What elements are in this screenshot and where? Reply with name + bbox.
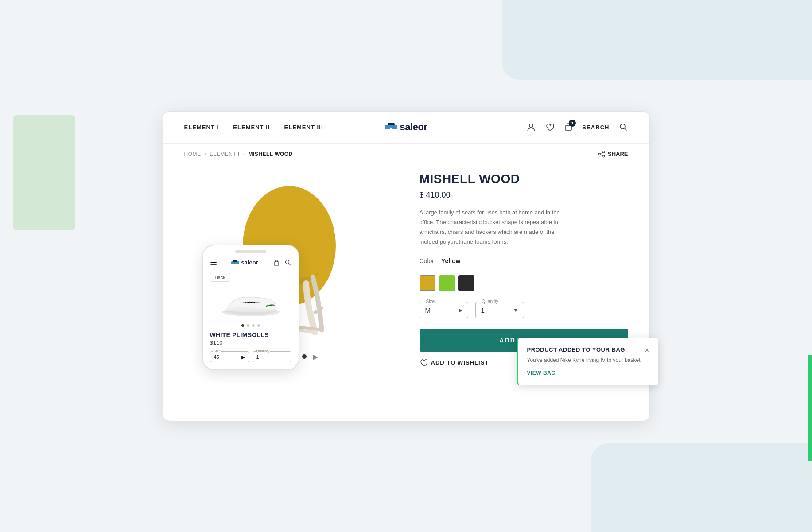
logo-text: saleor — [400, 121, 427, 133]
cart-badge: 1 — [569, 120, 576, 127]
logo[interactable]: ▶ saleor — [385, 121, 427, 133]
share-label: SHARE — [608, 151, 628, 157]
mobile-header-icons — [273, 259, 291, 266]
svg-point-8 — [603, 155, 605, 157]
nav-link-element1[interactable]: ELEMENT I — [184, 124, 219, 131]
breadcrumb-sep1: › — [204, 151, 206, 156]
mobile-size-selector[interactable]: Size 45 ▶ — [210, 351, 249, 362]
svg-point-13 — [285, 260, 289, 264]
share-button[interactable]: SHARE — [598, 151, 628, 158]
nav-link-element2[interactable]: ELEMENT II — [233, 124, 270, 131]
mobile-product-image — [215, 285, 286, 321]
shoe-image — [218, 287, 284, 318]
dot-5[interactable] — [302, 354, 307, 359]
breadcrumb-sep2: › — [243, 151, 245, 156]
cart-icon[interactable]: 1 — [563, 122, 573, 132]
search-label: SEARCH — [582, 124, 609, 131]
quantity-value: 1 — [481, 307, 485, 314]
mobile-dot-4[interactable] — [257, 324, 260, 327]
mobile-bag-icon[interactable] — [273, 259, 280, 266]
swatch-dark[interactable] — [458, 275, 474, 291]
mobile-size-value-row: 45 ▶ — [214, 353, 245, 361]
swatch-green[interactable] — [439, 275, 455, 291]
svg-rect-11 — [233, 260, 237, 262]
bg-decoration-left-green — [13, 115, 75, 230]
svg-rect-12 — [274, 262, 279, 265]
share-icon — [598, 151, 605, 158]
color-label: Color: — [420, 257, 436, 264]
mobile-quantity-value: 1 — [256, 354, 259, 360]
mobile-mockup: ☰ saleor Back — [202, 245, 299, 370]
mobile-carousel-dots — [203, 324, 299, 327]
mobile-notch — [235, 250, 266, 253]
mobile-search-icon[interactable] — [284, 259, 291, 266]
view-bag-button[interactable]: VIEW BAG — [527, 370, 556, 376]
breadcrumb-current: MISHELL WOOD — [249, 151, 293, 157]
mobile-dot-3[interactable] — [252, 324, 255, 327]
breadcrumb-home[interactable]: HOME — [184, 151, 201, 157]
toast-title: PRODUCT ADDED TO YOUR BAG — [527, 346, 626, 353]
mobile-dot-2[interactable] — [247, 324, 249, 327]
mobile-product-name: WHITE PLIMSOLLS — [203, 331, 299, 338]
next-image-button[interactable]: ▶ — [311, 353, 320, 361]
search-icon[interactable] — [618, 122, 628, 132]
size-selector[interactable]: Size M ▶ — [420, 302, 468, 318]
browser-window: ELEMENT I ELEMENT II ELEMENT III ▶ saleo… — [163, 111, 650, 421]
mobile-logo-text: saleor — [241, 259, 258, 266]
svg-rect-10 — [231, 261, 239, 264]
mobile-header: ☰ saleor — [203, 253, 299, 271]
nav-actions: 1 SEARCH — [526, 122, 628, 132]
size-value: M — [425, 307, 431, 314]
mobile-quantity-label: Quantity — [256, 349, 271, 353]
color-selected-name: Yellow — [441, 257, 461, 264]
nav-links: ELEMENT I ELEMENT II ELEMENT III — [184, 124, 527, 131]
add-to-wishlist-label: ADD TO WISHLIST — [431, 359, 489, 366]
svg-point-5 — [620, 124, 625, 129]
mobile-back-button[interactable]: Back — [210, 273, 230, 282]
toast-close-button[interactable]: × — [645, 346, 649, 354]
size-value-display[interactable]: M ▶ — [425, 304, 462, 316]
product-price: $ 410.00 — [420, 190, 628, 200]
color-swatches — [420, 275, 628, 291]
toast-notification: PRODUCT ADDED TO YOUR BAG × You've added… — [517, 338, 658, 385]
quantity-label: Quantity — [480, 299, 500, 304]
product-details: MISHELL WOOD $ 410.00 A large family of … — [420, 168, 628, 367]
logo-icon: ▶ — [385, 123, 397, 131]
mobile-logo-icon — [231, 260, 239, 265]
wishlist-icon[interactable] — [545, 122, 555, 132]
breadcrumb: HOME › ELEMENT I › MISHELL WOOD SHARE — [163, 144, 649, 165]
svg-point-7 — [598, 153, 600, 155]
toast-body: You've added Nike Kyrie Irving IV to you… — [527, 357, 649, 363]
toast-header: PRODUCT ADDED TO YOUR BAG × — [527, 346, 649, 354]
mobile-dot-1[interactable] — [241, 324, 244, 327]
svg-point-6 — [603, 151, 605, 153]
quantity-dropdown-arrow: ▼ — [513, 307, 518, 313]
options-row: Size M ▶ Quantity 1 ▼ — [420, 302, 628, 318]
mobile-quantity-value-row: 1 — [256, 353, 288, 361]
mobile-logo: saleor — [231, 259, 258, 266]
swatch-yellow[interactable] — [420, 275, 435, 291]
mobile-size-value: 45 — [214, 354, 219, 360]
nav-link-element3[interactable]: ELEMENT III — [284, 124, 323, 131]
mobile-size-arrow: ▶ — [241, 354, 245, 360]
quantity-selector[interactable]: Quantity 1 ▼ — [475, 302, 524, 318]
product-description: A large family of seats for uses both at… — [420, 208, 570, 247]
navigation: ELEMENT I ELEMENT II ELEMENT III ▶ saleo… — [163, 112, 649, 144]
svg-point-3 — [529, 124, 533, 128]
svg-rect-1 — [387, 123, 394, 125]
quantity-value-display[interactable]: 1 ▼ — [481, 304, 518, 316]
breadcrumb-element[interactable]: ELEMENT I — [210, 151, 239, 157]
bg-decoration-bottom — [591, 443, 812, 532]
user-icon[interactable] — [526, 122, 536, 132]
product-name: MISHELL WOOD — [420, 172, 628, 186]
size-label: Size — [424, 299, 436, 304]
mobile-product-price: $110 — [203, 339, 299, 346]
mobile-menu-icon[interactable]: ☰ — [210, 258, 217, 268]
mobile-quantity-selector[interactable]: Quantity 1 — [253, 351, 291, 362]
size-dropdown-arrow: ▶ — [459, 307, 462, 313]
bg-decoration-top — [502, 0, 812, 80]
green-bar-right — [808, 355, 812, 461]
mobile-size-label: Size — [213, 349, 222, 353]
color-row: Color: Yellow — [420, 257, 628, 264]
wishlist-heart-icon — [420, 359, 427, 367]
